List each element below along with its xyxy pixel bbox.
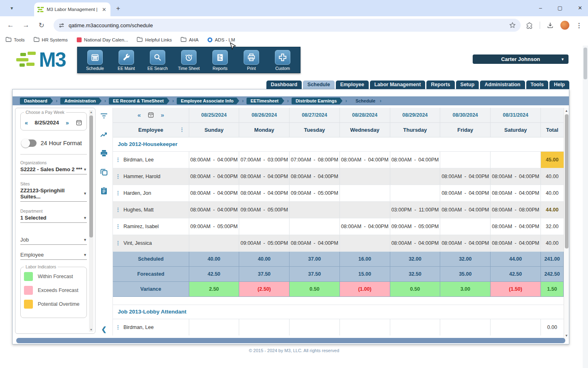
tab-labor-management[interactable]: Labor Management (370, 81, 426, 89)
shift-cell[interactable] (339, 235, 390, 251)
drag-handle-icon[interactable]: ⋮ (115, 157, 120, 163)
shift-cell[interactable]: 07:00AM-08:00PM (290, 151, 340, 168)
filter-select[interactable]: 1 Selected▼ (20, 215, 87, 223)
drag-handle-icon[interactable]: ⋮ (115, 173, 120, 179)
shift-cell[interactable]: 08:00AM-04:00PM (440, 168, 491, 185)
breadcrumb-item[interactable]: Distribute Earnings (292, 98, 342, 105)
shift-cell[interactable]: 08:00AM-04:00PM (239, 185, 290, 201)
shift-cell[interactable]: 03:00PM-11:00PM (390, 201, 440, 218)
shift-cell[interactable]: 08:00AM-04:00PM (239, 168, 290, 185)
bookmark-item[interactable]: National Day Calen... (77, 37, 128, 42)
reload-button[interactable]: ↻ (37, 21, 46, 30)
calendar-icon[interactable] (147, 111, 154, 118)
shift-cell[interactable]: 08:00AM-04:00PM (189, 168, 239, 185)
copy-icon[interactable] (100, 168, 108, 176)
horizontal-scrollbar-thumb[interactable] (16, 338, 565, 343)
shift-cell[interactable]: 08:00AM-04:00PM (440, 201, 491, 218)
shift-cell[interactable]: 08:00AM-04:00PM (290, 235, 340, 251)
back-button[interactable]: ← (6, 21, 15, 29)
filter-select[interactable]: S2222 - Sales Demo 2 ***▼ (20, 166, 87, 174)
bookmark-item[interactable]: AHA (181, 37, 199, 43)
shift-cell[interactable]: 08:00AM-04:00PM (491, 185, 541, 201)
drag-handle-icon[interactable]: ⋮ (115, 223, 120, 229)
next-week-icon[interactable]: » (161, 111, 164, 118)
tab-tools[interactable]: Tools (526, 81, 548, 89)
scroll-down-icon[interactable]: ▼ (89, 328, 93, 331)
shift-cell[interactable]: 08:00AM-04:00PM (390, 151, 440, 168)
window-close-button[interactable]: ✕ (578, 5, 582, 11)
shift-cell[interactable]: 07:00AM-03:00PM (239, 151, 290, 168)
tab-employee[interactable]: Employee (336, 81, 369, 89)
shift-cell[interactable]: 08:00AM-04:00PM (189, 201, 239, 218)
sidebar-scrollbar[interactable]: ▲ ▼ (89, 110, 93, 332)
shift-cell[interactable] (440, 319, 491, 335)
shift-cell[interactable]: 08:00AM-04:00PM (440, 235, 491, 251)
breadcrumb-item[interactable]: EETimesheet (246, 98, 284, 105)
page-scrollbar[interactable] (583, 46, 588, 368)
bookmark-item[interactable]: Tools (6, 37, 25, 43)
user-menu-button[interactable]: Carter Johnson ▼ (473, 54, 569, 64)
breadcrumb-item[interactable]: Administration (60, 98, 102, 105)
24-hour-format-toggle[interactable] (21, 139, 37, 147)
shift-cell[interactable] (390, 185, 440, 201)
profile-avatar[interactable] (560, 21, 569, 30)
drag-handle-icon[interactable]: ⋮ (115, 207, 120, 213)
pay-week-date[interactable]: 8/25/2024 (35, 120, 59, 126)
shift-cell[interactable] (290, 319, 340, 335)
shift-cell[interactable]: 08:00AM-04:00PM (491, 168, 541, 185)
table-scrollbar[interactable]: ▲ ▼ (564, 108, 569, 339)
tab-setup[interactable]: Setup (456, 81, 479, 89)
bookmark-item[interactable]: HR Systems (34, 37, 68, 43)
shift-cell[interactable]: 09:00AM-05:00PM (189, 218, 239, 235)
shift-cell[interactable] (239, 319, 290, 335)
shift-cell[interactable] (339, 319, 390, 335)
page-scrollbar-thumb[interactable] (584, 48, 587, 79)
shift-cell[interactable] (290, 201, 340, 218)
address-bar[interactable]: qatime.m3accounting.com/schedule (54, 19, 521, 32)
breadcrumb-item[interactable]: Employee Associate Info (177, 98, 239, 105)
window-minimize-button[interactable]: – (539, 5, 542, 11)
prev-week-icon[interactable]: « (137, 111, 141, 118)
shift-cell[interactable] (339, 201, 390, 218)
collapse-sidebar-icon[interactable]: ❮ (101, 325, 106, 333)
prev-week-button[interactable]: « (25, 120, 28, 126)
scroll-up-icon[interactable]: ▲ (89, 111, 93, 113)
shift-cell[interactable]: 09:00AM-05:00PM (239, 235, 290, 251)
horizontal-scrollbar[interactable] (13, 338, 568, 343)
breadcrumb-item[interactable]: EE Record & TimeSheet (109, 98, 169, 105)
trend-chart-icon[interactable] (100, 131, 108, 139)
shift-cell[interactable] (440, 151, 491, 168)
toolbar-button-ee-search[interactable]: EE Search (144, 50, 171, 71)
toolbar-button-time-sheet[interactable]: Time Sheet (175, 50, 202, 71)
table-scrollbar-thumb[interactable] (565, 114, 569, 248)
shift-cell[interactable] (239, 218, 290, 235)
shift-cell[interactable]: 09:00AM-05:00PM (390, 218, 440, 235)
bookmark-item[interactable]: Helpful Links (137, 37, 172, 43)
tab-help[interactable]: Help (549, 81, 569, 89)
shift-cell[interactable]: 08:00AM-04:00PM (491, 218, 541, 235)
shift-cell[interactable] (290, 218, 340, 235)
shift-cell[interactable]: 09:00AM-05:00PM (239, 201, 290, 218)
next-week-button[interactable]: » (66, 120, 69, 126)
shift-cell[interactable]: 08:00AM-08:00PM (491, 201, 541, 218)
sidebar-scrollbar-thumb[interactable] (89, 115, 93, 237)
print-icon[interactable] (100, 149, 108, 157)
shift-cell[interactable] (339, 168, 390, 185)
bookmark-item[interactable]: ADS - LM (208, 37, 235, 42)
shift-cell[interactable]: 08:00AM-04:00PM (339, 218, 390, 235)
bookmark-star-icon[interactable] (509, 22, 516, 28)
toolbar-button-schedule[interactable]: Schedule (82, 50, 108, 71)
shift-cell[interactable] (189, 235, 239, 251)
tab-reports[interactable]: Reports (426, 81, 454, 89)
filter-select[interactable]: ZZ2123-Springhill Suites...▼ (20, 187, 87, 202)
tab-close-icon[interactable]: ✕ (101, 7, 107, 13)
download-icon[interactable] (547, 22, 554, 29)
tab-administration[interactable]: Administration (480, 81, 525, 89)
filter-select[interactable]: Job▼ (20, 237, 87, 245)
toolbar-button-reports[interactable]: Reports (207, 50, 233, 71)
tab-search-button[interactable]: ▾ (6, 3, 17, 13)
shift-cell[interactable] (491, 319, 541, 335)
shift-cell[interactable] (339, 185, 390, 201)
shift-cell[interactable] (390, 168, 440, 185)
shift-cell[interactable]: 08:00AM-04:00PM (290, 168, 340, 185)
